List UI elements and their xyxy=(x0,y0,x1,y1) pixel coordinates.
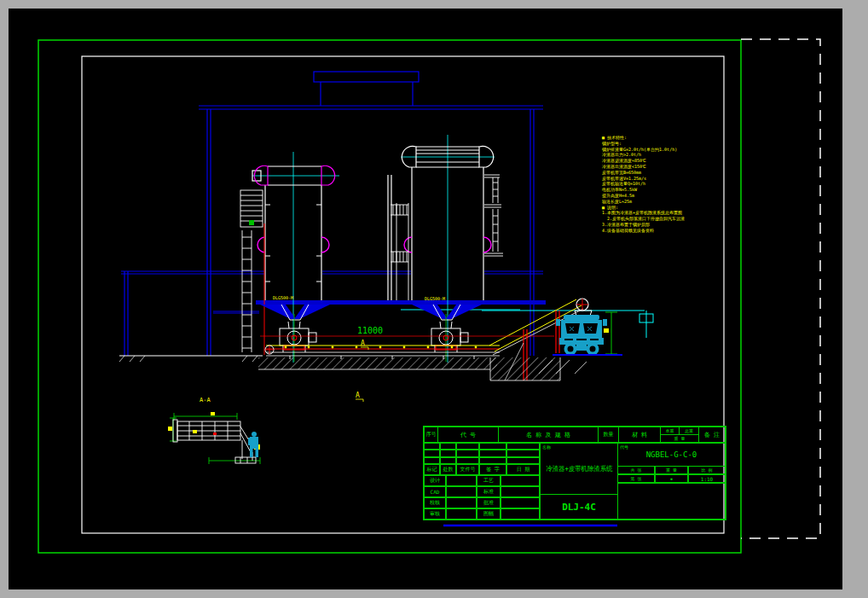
building-structure xyxy=(121,72,546,356)
tb-header-name-spec: 名 称 及 规 格 xyxy=(498,427,599,443)
blank-cell xyxy=(424,457,440,464)
note-line: 冷渣器进渣温度≈850℃ xyxy=(602,158,646,164)
note-line: 冷渣器出渣温度<150℃ xyxy=(602,164,646,170)
section-cut-marker-bottom: A xyxy=(356,392,360,399)
note-line: 冷渣器出力>2.0t/h xyxy=(602,152,641,158)
tb-design: 设计 xyxy=(424,475,446,486)
tb-scale-value: 1:10 xyxy=(688,474,726,483)
slag-cooler-left xyxy=(280,314,316,362)
tb-header-remarks: 备 注 xyxy=(698,427,726,443)
tb-header-material: 材 料 xyxy=(618,427,661,443)
blank-cell xyxy=(440,443,456,450)
note-line: 电机功率N=5.5kW xyxy=(602,187,638,192)
blank-cell xyxy=(506,443,540,450)
tb-total-sheets: 共 张 xyxy=(617,466,655,474)
note-line: 4.设备基础荷载见设备资料 xyxy=(602,228,654,233)
tb-rev-count: 处数 xyxy=(440,464,456,475)
note-line: 2.皮带机头部落渣口下停放自卸汽车运渣 xyxy=(607,216,685,222)
note-line: 皮带机带宽B=650mm xyxy=(602,170,641,176)
hopper-label-right: DLG500-M xyxy=(425,296,445,301)
tb-header-qty: 数量 xyxy=(598,427,619,443)
tb-check-sig xyxy=(446,497,477,508)
note-line: 输送长度L≈25m xyxy=(602,199,632,205)
conveyor-plan xyxy=(173,420,256,463)
dim-11000: 11000 xyxy=(357,326,383,335)
note-line: 提升高度H=4.5m xyxy=(602,193,634,199)
blank-cell xyxy=(456,457,479,464)
fold-dashed-edge xyxy=(741,39,820,538)
tb-cad-sig xyxy=(446,486,477,497)
tb-standard-sig xyxy=(501,486,540,497)
tb-design-sig xyxy=(446,475,477,486)
tb-scale-label: 比 例 xyxy=(688,466,726,474)
tb-rev-sign: 签 字 xyxy=(479,464,506,475)
left-platforms xyxy=(391,203,408,300)
tb-cad: CAD xyxy=(424,486,446,497)
tb-audit-sig xyxy=(446,508,477,520)
right-ladders xyxy=(484,175,503,256)
tb-drawing-no: DLJ-4C xyxy=(540,494,618,520)
section-view-AA: A-A xyxy=(168,397,260,464)
blank-cell xyxy=(506,457,540,464)
blank-cell xyxy=(456,450,479,456)
tb-standard: 标准 xyxy=(477,486,501,497)
blank-cell xyxy=(440,450,456,456)
hopper-label-left: DLG500-M xyxy=(273,295,293,300)
tb-code: NGBEL-G-C-0 xyxy=(646,450,697,459)
tb-approve-sig xyxy=(501,497,540,508)
blank-cell xyxy=(424,443,440,450)
blank-cell xyxy=(424,450,440,456)
tb-process-sig xyxy=(501,475,540,486)
worker-figure xyxy=(248,432,258,457)
cad-viewer-window: DLG500-M DLG500-M xyxy=(0,0,868,598)
tb-process: 工艺 xyxy=(477,475,501,486)
mirror-right xyxy=(603,319,607,326)
slag-cooler-right xyxy=(431,314,468,362)
manhole-right xyxy=(321,237,329,253)
tb-rev-date: 日 期 xyxy=(506,464,540,475)
blank-cell xyxy=(440,457,456,464)
blank-cell xyxy=(479,450,506,456)
idlers xyxy=(285,346,477,349)
tb-rev-mark: 标记 xyxy=(424,464,440,475)
title-block: 序号 代 号 名 称 及 规 格 数量 材 料 单重 总重 重 量 备 注 标记… xyxy=(423,426,726,520)
tb-approve: 批准 xyxy=(477,497,501,508)
tb-audit: 审核 xyxy=(424,508,446,520)
note-line: 1.本图为冷渣器+皮带机除渣系统总布置图 xyxy=(602,210,682,216)
section-cut-marker-top: A xyxy=(361,340,365,347)
tb-check: 校核 xyxy=(424,497,446,508)
tb-code-label: 代号 xyxy=(620,444,628,450)
tb-sheet-no: 第 张 xyxy=(617,474,655,483)
note-line: 3.冷渣器布置于锅炉后部 xyxy=(602,222,650,228)
note-line: 皮带机输送量Q=10t/h xyxy=(602,181,645,187)
boiler-left xyxy=(240,152,339,363)
tb-product-name-cell: 名称 冷渣器+皮带机除渣系统 xyxy=(540,443,618,495)
blank-cell xyxy=(506,450,540,456)
revision-table: 标记 处数 文件号 签 字 日 期 xyxy=(424,443,540,475)
sheet-info-table: 共 张 重 量 比 例 第 张 ▪ 1:10 xyxy=(617,466,726,483)
tb-weight: 重 量 xyxy=(655,466,688,474)
blank-cell xyxy=(479,457,506,464)
red-marker xyxy=(213,433,217,435)
tb-name-label: 名称 xyxy=(542,444,551,450)
tb-weight-value: ▪ xyxy=(655,474,688,483)
penthouse xyxy=(314,72,419,82)
note-line: 锅炉型号: xyxy=(602,141,622,147)
dump-truck xyxy=(556,315,607,356)
tb-rev-docno: 文件号 xyxy=(456,464,479,475)
signature-table: 设计 工艺 CAD 标准 校核 批准 审核 图幅 xyxy=(424,475,540,520)
section-view-title: A-A xyxy=(200,397,211,404)
platform-marker xyxy=(249,220,254,225)
mirror-left xyxy=(556,319,560,326)
ground xyxy=(119,355,622,380)
tb-header-code: 代 号 xyxy=(437,427,499,443)
tb-sheet-size xyxy=(501,508,540,520)
note-line: ■ 技术特性: xyxy=(602,135,627,141)
tb-header-seq: 序号 xyxy=(424,427,438,443)
blank-cell xyxy=(479,443,506,450)
tb-product-name: 冷渣器+皮带机除渣系统 xyxy=(546,464,612,473)
tb-header-weight: 重 量 xyxy=(660,434,699,443)
tb-blank-area xyxy=(617,483,726,520)
tb-code-cell: 代号 NGBEL-G-C-0 xyxy=(617,443,726,467)
tb-sheet-format: 图幅 xyxy=(477,508,501,520)
